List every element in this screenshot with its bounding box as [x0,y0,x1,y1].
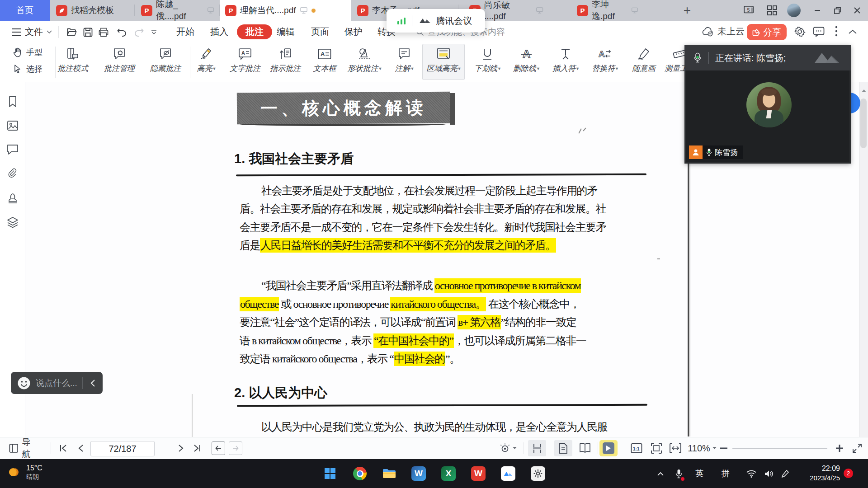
redo-button[interactable] [134,28,144,37]
workspace-grid-icon[interactable] [763,0,781,21]
zoom-out-button[interactable] [717,437,731,459]
freehand-draw-button[interactable]: 随意画 [623,44,665,80]
notification-badge[interactable]: 2 [844,469,853,478]
scroll-up-icon[interactable] [861,89,867,93]
zoom-in-button[interactable] [833,437,846,459]
share-button[interactable]: 分享 [747,24,787,40]
text-annotate-button[interactable]: A 文字批注 [224,44,266,80]
file-explorer-icon[interactable] [379,464,399,483]
chat-input-placeholder[interactable]: 说点什么... [36,377,77,389]
tab-docer[interactable]: 找稻壳模板 [51,0,135,21]
next-page-button[interactable] [173,437,189,459]
collapse-chat-icon[interactable] [83,379,103,387]
two-page-view-button[interactable] [575,440,595,456]
zoom-slider-track[interactable] [732,448,827,449]
layers-icon[interactable] [7,216,19,228]
tencent-meeting-app-icon[interactable] [498,464,518,483]
more-menu-icon[interactable] [835,25,838,37]
weather-widget[interactable]: 15°C 晴朗 [6,464,42,481]
settings-gear-icon[interactable] [794,26,806,38]
settings-app-icon[interactable] [528,464,548,483]
tray-expand-icon[interactable] [653,459,668,488]
wps-icon[interactable]: W [468,464,488,483]
ime-lang-pinyin[interactable]: 拼 [717,459,734,488]
thumbnail-image-icon[interactable] [7,120,19,131]
chrome-icon[interactable] [350,464,370,483]
signature-stamp-icon[interactable] [7,192,19,204]
wifi-icon[interactable] [743,459,760,488]
undo-button[interactable] [117,28,127,37]
taskbar-clock[interactable]: 22:09 2023/4/25 [810,464,840,483]
meeting-panel[interactable]: 正在讲话: 陈雪扬; 陈雪扬 [684,45,851,164]
close-button[interactable] [848,0,866,21]
ime-lang-en[interactable]: 英 [691,459,708,488]
fit-width-button[interactable] [666,437,684,459]
tab-doc-likunyi[interactable]: P 李坤逸.pdf [571,0,644,21]
fullscreen-button[interactable] [849,437,865,459]
navigation-toggle[interactable]: 导航 [9,437,38,459]
scrollbar-thumb[interactable] [860,99,867,148]
emoji-icon[interactable] [17,376,31,390]
shape-annotate-button[interactable]: 形状批注▾ [344,44,385,80]
word-icon[interactable]: W [409,464,429,483]
collapse-ribbon-icon[interactable] [848,29,857,34]
single-page-view-button[interactable] [554,440,572,456]
pen-icon[interactable] [778,459,793,488]
print-button[interactable] [99,28,108,37]
textbox-button[interactable]: A 文本框 [304,44,345,80]
tray-mic-icon[interactable] [671,459,686,488]
menu-tab-edit[interactable]: 编辑 [272,24,299,39]
zoom-level-dropdown[interactable]: 110% [686,437,718,459]
restore-button[interactable] [828,0,846,21]
meeting-chat-pill[interactable]: 说点什么... [11,372,103,394]
last-page-button[interactable] [189,437,205,459]
tab-home[interactable]: 首页 [0,0,50,21]
save-button[interactable] [83,28,93,37]
first-page-button[interactable] [55,437,71,459]
hide-annotations-button[interactable]: 隐藏批注 [145,44,186,80]
meeting-panel-header[interactable]: 正在讲话: 陈雪扬; [684,45,851,70]
start-button[interactable] [320,464,340,483]
minimize-button[interactable] [808,0,826,21]
caret-insert-button[interactable]: 插入符▾ [545,44,586,80]
menu-tab-protect[interactable]: 保护 [340,24,367,39]
open-button[interactable] [66,28,77,37]
actual-size-button[interactable]: 1:1 [627,437,646,459]
history-back-button[interactable] [212,437,225,459]
account-avatar[interactable] [785,0,803,21]
slideshow-play-button[interactable] [599,440,618,456]
fit-page-button[interactable] [647,437,665,459]
select-tool[interactable]: 选择 [12,64,42,75]
quickbar-more-icon[interactable] [151,30,157,34]
hand-tool[interactable]: 手型 [12,47,42,58]
attachment-icon[interactable] [8,168,18,180]
eye-protect-mode-button[interactable] [497,437,518,459]
region-highlight-button[interactable]: 区域高亮▾ [423,44,464,80]
new-tab-button[interactable]: + [675,0,699,21]
meeting-video-tile[interactable]: 陈雪扬 [684,70,851,164]
menu-tab-start[interactable]: 开始 [172,24,199,39]
callout-annotate-button[interactable]: 指示批注 [264,44,306,80]
comment-bubble-icon[interactable] [813,27,825,37]
comments-panel-icon[interactable] [7,144,19,155]
underline-button[interactable]: 下划线▾ [467,44,508,80]
history-forward-button[interactable] [229,437,242,459]
annotate-manage-button[interactable]: 批注管理 [99,44,140,80]
meeting-floating-bar[interactable]: 腾讯会议 [387,9,485,33]
bookmark-icon[interactable] [7,96,18,108]
cloud-status[interactable]: 未上云 [702,25,745,38]
tab-doc-chenyue[interactable]: P 陈越_俄....pdf [136,0,220,21]
excel-icon[interactable]: X [439,464,458,483]
menu-tab-annotate[interactable]: 批注 [237,24,272,39]
annotate-mode-button[interactable]: 批注模式 [52,44,94,80]
note-button[interactable]: 注解▾ [383,44,425,80]
highlight-button[interactable]: 高亮▾ [185,44,227,80]
strikethrough-button[interactable]: A 删除线▾ [505,44,547,80]
page-number-input[interactable]: 72/187 [90,441,155,456]
tab-doc-active[interactable]: P 理解当代....pdf [220,0,351,21]
menu-tab-page[interactable]: 页面 [307,24,334,39]
volume-icon[interactable] [761,459,777,488]
prev-page-button[interactable] [72,437,89,459]
replace-mark-button[interactable]: A 替换符▾ [584,44,626,80]
menu-tab-insert[interactable]: 插入 [206,24,233,39]
